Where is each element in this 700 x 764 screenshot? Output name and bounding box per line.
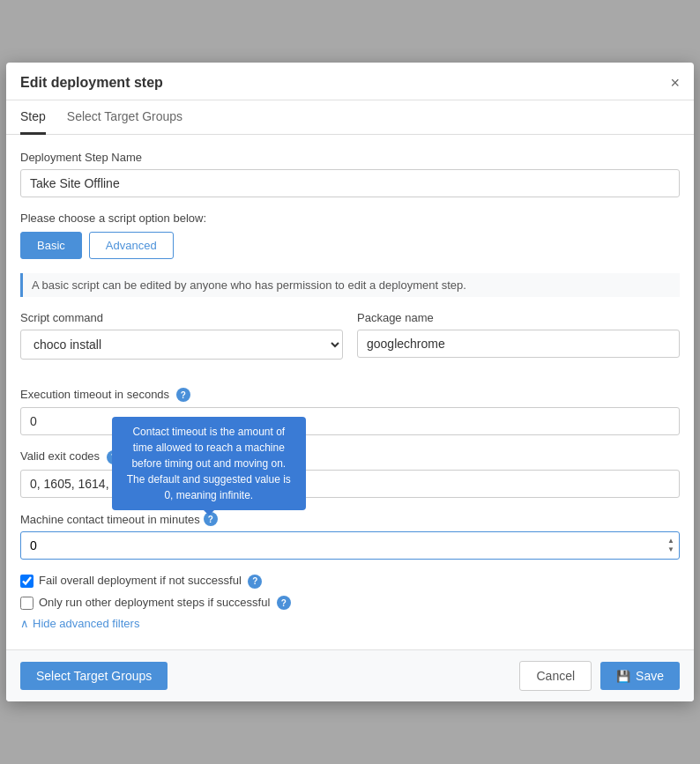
- execution-timeout-group: Execution timeout in seconds ?: [20, 388, 680, 436]
- machine-contact-tooltip-container: ? Contact timeout is the amount of time …: [200, 512, 218, 527]
- package-name-label: Package name: [357, 311, 680, 324]
- machine-contact-timeout-input-wrapper: ▲ ▼: [20, 531, 680, 560]
- modal-footer: Select Target Groups Cancel 💾 Save: [6, 649, 694, 701]
- fail-deployment-help-icon[interactable]: ?: [248, 575, 262, 589]
- save-button[interactable]: 💾 Save: [600, 662, 680, 690]
- deployment-step-name-label: Deployment Step Name: [20, 151, 680, 164]
- script-option-group: Please choose a script option below: Bas…: [20, 211, 680, 259]
- script-command-select[interactable]: choco install choco uninstall powershell…: [20, 330, 343, 360]
- machine-contact-timeout-label-row: Machine contact timeout in minutes ? Con…: [20, 512, 680, 527]
- execution-timeout-help-icon[interactable]: ?: [176, 388, 190, 402]
- basic-button[interactable]: Basic: [20, 232, 82, 259]
- valid-exit-codes-group: Valid exit codes ?: [20, 449, 680, 498]
- only-run-checkbox[interactable]: [20, 597, 34, 610]
- valid-exit-codes-label: Valid exit codes ?: [20, 449, 680, 464]
- package-name-group: Package name: [357, 311, 680, 360]
- chevron-up-icon: ∧: [20, 617, 29, 630]
- save-icon: 💾: [616, 670, 630, 683]
- advanced-filters-toggle[interactable]: ∧ Hide advanced filters: [20, 617, 680, 630]
- package-name-input[interactable]: [357, 330, 680, 358]
- tab-step[interactable]: Step: [20, 100, 46, 135]
- script-option-label: Please choose a script option below:: [20, 211, 680, 225]
- fail-deployment-checkbox[interactable]: [20, 575, 34, 588]
- fail-deployment-label: Fail overall deployment if not successfu…: [39, 574, 262, 589]
- script-package-row: Script command choco install choco unins…: [20, 311, 680, 374]
- script-option-buttons: Basic Advanced: [20, 232, 680, 259]
- deployment-step-name-input[interactable]: [20, 169, 680, 197]
- info-bar: A basic script can be edited by anyone w…: [20, 273, 680, 297]
- valid-exit-codes-input[interactable]: [20, 470, 680, 498]
- modal-tabs: Step Select Target Groups: [6, 100, 694, 135]
- valid-exit-codes-help-icon[interactable]: ?: [107, 450, 121, 464]
- only-run-label: Only run other deployment steps if succe…: [39, 596, 291, 611]
- info-text: A basic script can be edited by anyone w…: [32, 278, 466, 292]
- advanced-button[interactable]: Advanced: [89, 232, 174, 259]
- spinner-arrows[interactable]: ▲ ▼: [667, 538, 674, 553]
- modal-title: Edit deployment step: [20, 75, 163, 91]
- footer-right: Cancel 💾 Save: [519, 661, 680, 691]
- modal-header: Edit deployment step ×: [6, 63, 694, 100]
- execution-timeout-input[interactable]: [20, 407, 680, 435]
- machine-contact-help-icon[interactable]: ?: [204, 512, 218, 526]
- spinner-up-icon[interactable]: ▲: [667, 538, 674, 545]
- script-command-group: Script command choco install choco unins…: [20, 311, 343, 360]
- modal-body: Deployment Step Name Please choose a scr…: [6, 135, 694, 650]
- cancel-button[interactable]: Cancel: [519, 661, 592, 691]
- select-target-groups-button[interactable]: Select Target Groups: [20, 662, 168, 690]
- machine-contact-timeout-input[interactable]: [20, 531, 680, 560]
- close-button[interactable]: ×: [670, 75, 680, 91]
- fail-deployment-row: Fail overall deployment if not successfu…: [20, 574, 680, 589]
- only-run-row: Only run other deployment steps if succe…: [20, 596, 680, 611]
- modal-overlay: Edit deployment step × Step Select Targe…: [0, 0, 700, 764]
- script-command-label: Script command: [20, 311, 343, 324]
- only-run-help-icon[interactable]: ?: [277, 596, 291, 610]
- deployment-step-name-group: Deployment Step Name: [20, 151, 680, 197]
- spinner-down-icon[interactable]: ▼: [667, 546, 674, 553]
- tab-select-target-groups[interactable]: Select Target Groups: [67, 100, 182, 135]
- modal: Edit deployment step × Step Select Targe…: [6, 63, 694, 702]
- execution-timeout-label: Execution timeout in seconds ?: [20, 388, 680, 403]
- machine-contact-timeout-group: Machine contact timeout in minutes ? Con…: [20, 512, 680, 560]
